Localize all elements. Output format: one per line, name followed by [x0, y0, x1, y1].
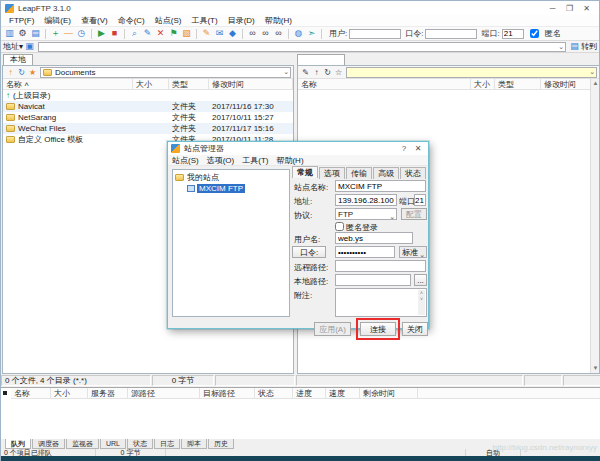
- tab-status[interactable]: 状态: [127, 439, 153, 449]
- delete-icon[interactable]: ✕: [155, 28, 167, 40]
- search-icon[interactable]: ⌕: [129, 28, 141, 40]
- menu-directory[interactable]: 目录(D): [223, 15, 260, 26]
- address-combobox[interactable]: ⌄: [38, 42, 566, 52]
- find-server-icon[interactable]: ∞: [260, 28, 272, 40]
- menu-command[interactable]: 命令(C): [113, 15, 150, 26]
- dialog-close-button[interactable]: ✕: [411, 144, 425, 153]
- tab-local[interactable]: 本地: [3, 54, 33, 65]
- column-type[interactable]: 类型: [495, 79, 541, 89]
- tab-remote-empty[interactable]: [297, 54, 345, 65]
- browse-button[interactable]: ...: [414, 274, 427, 286]
- combo-arrow-icon[interactable]: ⌄: [589, 68, 595, 76]
- queue-col-speed[interactable]: 速度: [326, 388, 360, 398]
- tab-options[interactable]: 选项: [319, 167, 345, 179]
- tab-log[interactable]: 日志: [154, 439, 180, 449]
- menu-help[interactable]: 帮助(H): [260, 15, 297, 26]
- menu-view[interactable]: 查看(V): [76, 15, 113, 26]
- combo-arrow-icon[interactable]: ⌄: [283, 68, 289, 76]
- queue-col-name[interactable]: 名称: [11, 388, 51, 398]
- apply-button[interactable]: 应用(A): [314, 322, 351, 336]
- scroll-up-icon[interactable]: ▲: [591, 79, 600, 88]
- queue-col-target[interactable]: 目标路径: [200, 388, 255, 398]
- start-icon[interactable]: ▶: [96, 28, 108, 40]
- go-icon[interactable]: ▤: [569, 41, 581, 53]
- column-name[interactable]: 名称 ˄: [3, 79, 133, 89]
- maximize-button[interactable]: ❐: [561, 4, 578, 13]
- address-dropdown-icon[interactable]: ▾: [19, 42, 23, 51]
- password-button[interactable]: 口令:: [292, 246, 326, 258]
- queue-col-remaining[interactable]: 剩余时间: [360, 388, 418, 398]
- edit-icon[interactable]: ✎: [142, 28, 154, 40]
- tab-advanced[interactable]: 高级: [373, 167, 399, 179]
- tab-monitor[interactable]: 监视器: [66, 439, 99, 449]
- site-manager-icon[interactable]: ▤: [30, 28, 42, 40]
- column-name[interactable]: 名称: [298, 79, 471, 89]
- site-name-input[interactable]: [335, 180, 426, 192]
- dialog-password-input[interactable]: [335, 246, 395, 258]
- queue-grip[interactable]: [3, 391, 7, 395]
- flag-icon[interactable]: ⚑: [168, 28, 180, 40]
- add-icon[interactable]: ＋: [50, 28, 62, 40]
- tab-queue[interactable]: 队列: [5, 439, 31, 449]
- tab-scheduler[interactable]: 调度器: [32, 439, 65, 449]
- minimize-button[interactable]: ─: [544, 4, 561, 13]
- vertical-scrollbar[interactable]: ▲ ▼: [590, 79, 599, 373]
- column-size[interactable]: 大小: [471, 79, 495, 89]
- refresh-icon[interactable]: ↻: [322, 68, 333, 77]
- go-button[interactable]: 转到: [581, 41, 597, 52]
- combo-arrow-icon[interactable]: ⌄: [558, 43, 564, 51]
- local-path-combobox[interactable]: Documents ⌄: [40, 67, 291, 78]
- web-icon[interactable]: ◍: [293, 28, 305, 40]
- remote-edit-icon[interactable]: ✎: [300, 68, 311, 77]
- transfer-icon[interactable]: ➣: [306, 28, 318, 40]
- dialog-menu-help[interactable]: 帮助(H): [272, 155, 307, 166]
- notes-textarea[interactable]: ˄˅: [335, 288, 427, 317]
- tab-history[interactable]: 历史: [208, 439, 234, 449]
- tab-general[interactable]: 常规: [292, 166, 318, 178]
- column-modified[interactable]: 修改时间: [209, 79, 293, 89]
- find-site-icon[interactable]: ∞: [247, 28, 259, 40]
- favorites-icon[interactable]: ☆: [333, 68, 344, 77]
- tree-item-site[interactable]: MXCIM FTP: [175, 183, 287, 194]
- up-folder-icon[interactable]: ↑: [311, 68, 322, 77]
- connect-button[interactable]: 连接: [360, 322, 396, 336]
- port-input[interactable]: [502, 29, 524, 39]
- menu-ftp[interactable]: FTP(F): [4, 16, 39, 25]
- local-path-input[interactable]: [335, 274, 411, 286]
- queue-col-source[interactable]: 源路径: [128, 388, 200, 398]
- stop-icon[interactable]: ■: [109, 28, 121, 40]
- notes-scrollbar[interactable]: ˄˅: [418, 290, 425, 315]
- rename-icon[interactable]: ✎: [201, 28, 213, 40]
- anonymous-login-checkbox[interactable]: [335, 222, 344, 231]
- dialog-help-button[interactable]: ?: [397, 144, 411, 153]
- table-row[interactable]: NetSarang 文件夹 2017/10/11 15:27: [3, 112, 293, 123]
- schedule-icon[interactable]: ◷: [76, 28, 88, 40]
- menu-edit[interactable]: 编辑(E): [39, 15, 76, 26]
- remote-path-combobox[interactable]: ⌄: [346, 67, 597, 78]
- remove-icon[interactable]: —: [63, 28, 75, 40]
- tab-url[interactable]: URL: [100, 439, 126, 449]
- port-input[interactable]: [414, 194, 426, 206]
- column-size[interactable]: 大小: [133, 79, 169, 89]
- selected-site-label[interactable]: MXCIM FTP: [197, 184, 245, 193]
- table-row[interactable]: WeChat Files 文件夹 2017/11/17 15:16: [3, 123, 293, 134]
- tab-status[interactable]: 状态: [400, 167, 426, 179]
- password-mode-select[interactable]: 标准⌄: [399, 246, 427, 258]
- menu-tools[interactable]: 工具(T): [186, 15, 222, 26]
- user-input[interactable]: [349, 29, 401, 39]
- username-input[interactable]: [335, 232, 413, 244]
- configure-button[interactable]: 配置: [401, 208, 427, 220]
- mail-icon[interactable]: ✉: [214, 28, 226, 40]
- find-file-icon[interactable]: ∞: [273, 28, 285, 40]
- scroll-down-icon[interactable]: ▼: [591, 364, 600, 373]
- queue-col-progress[interactable]: 进度: [293, 388, 326, 398]
- table-row-parent-dir[interactable]: ↑(上级目录): [3, 90, 293, 101]
- close-button[interactable]: ✕: [578, 4, 595, 13]
- favorites-icon[interactable]: ★: [27, 68, 38, 77]
- anonymous-checkbox[interactable]: [530, 29, 539, 38]
- dialog-menu-site[interactable]: 站点(S): [168, 155, 203, 166]
- queue-col-server[interactable]: 服务器: [88, 388, 128, 398]
- tree-root-my-sites[interactable]: 我的站点: [175, 172, 287, 183]
- table-row[interactable]: Navicat 文件夹 2017/11/16 17:30: [3, 101, 293, 112]
- refresh-icon[interactable]: ↻: [16, 68, 27, 77]
